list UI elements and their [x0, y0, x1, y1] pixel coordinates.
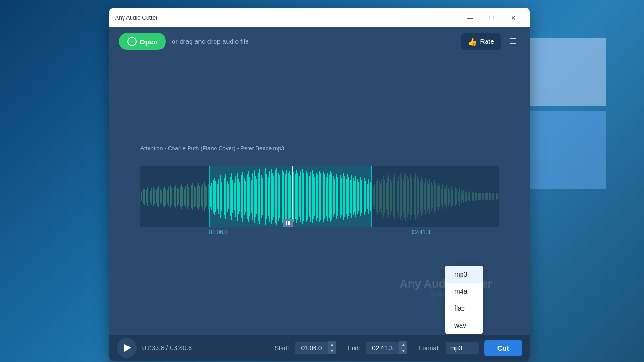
svg-rect-130	[322, 176, 322, 217]
svg-rect-236	[472, 192, 473, 201]
svg-rect-219	[448, 188, 449, 206]
svg-rect-148	[347, 174, 348, 219]
svg-rect-50	[208, 184, 209, 209]
svg-rect-75	[244, 178, 245, 215]
start-decrement-button[interactable]: ▼	[328, 348, 336, 354]
svg-rect-199	[420, 182, 421, 211]
svg-rect-178	[390, 179, 391, 214]
svg-rect-212	[438, 183, 439, 210]
start-spinners[interactable]: ▲ ▼	[328, 341, 336, 354]
svg-rect-92	[268, 177, 269, 216]
svg-rect-244	[483, 193, 484, 200]
svg-rect-79	[249, 177, 250, 216]
format-value[interactable]: mp3	[446, 342, 479, 354]
svg-rect-204	[427, 181, 428, 212]
svg-rect-202	[424, 183, 425, 210]
svg-rect-76	[245, 181, 246, 212]
svg-rect-252	[495, 194, 495, 199]
svg-rect-175	[386, 183, 387, 210]
svg-rect-73	[241, 175, 242, 218]
svg-rect-223	[454, 191, 454, 202]
svg-rect-101	[281, 169, 281, 224]
svg-rect-125	[314, 177, 315, 216]
svg-rect-22	[168, 187, 169, 206]
format-option-flac[interactable]: flac	[445, 300, 483, 317]
svg-rect-235	[471, 193, 471, 200]
svg-rect-119	[306, 171, 307, 222]
svg-rect-248	[489, 193, 490, 200]
start-time-field[interactable]: 01:06.0 ▲ ▼	[295, 341, 336, 354]
svg-rect-97	[275, 170, 276, 223]
waveform-svg	[140, 166, 499, 227]
svg-rect-184	[398, 176, 399, 217]
svg-rect-15	[158, 186, 159, 207]
end-time-field[interactable]: 02:41.3 ▲ ▼	[366, 341, 407, 354]
svg-rect-93	[269, 171, 270, 222]
svg-rect-116	[302, 169, 303, 224]
svg-rect-7	[147, 187, 148, 206]
svg-rect-230	[463, 190, 464, 203]
waveform-display[interactable]: 01:33.8	[140, 166, 499, 227]
end-decrement-button[interactable]: ▼	[399, 348, 407, 354]
svg-rect-205	[428, 184, 429, 209]
svg-rect-240	[478, 193, 479, 200]
svg-rect-43	[198, 183, 199, 210]
rate-button[interactable]: 👍 Rate	[461, 33, 501, 50]
window-title: Any Audio Cutter	[115, 15, 459, 21]
play-button[interactable]	[117, 338, 137, 358]
svg-rect-8	[149, 189, 149, 204]
svg-rect-12	[154, 189, 155, 204]
maximize-button[interactable]: □	[481, 10, 503, 25]
svg-rect-138	[333, 176, 334, 217]
svg-rect-118	[305, 175, 305, 218]
svg-rect-34	[185, 186, 186, 207]
open-button[interactable]: + Open	[119, 33, 166, 50]
svg-rect-249	[490, 193, 491, 200]
svg-rect-141	[337, 177, 338, 216]
svg-rect-48	[205, 185, 206, 208]
svg-rect-180	[393, 177, 394, 216]
svg-rect-182	[396, 178, 396, 215]
svg-rect-158	[361, 180, 362, 213]
format-option-wav[interactable]: wav	[445, 317, 483, 334]
svg-rect-105	[286, 170, 287, 223]
svg-rect-139	[334, 179, 335, 214]
svg-rect-225	[456, 189, 457, 204]
svg-rect-242	[480, 193, 481, 200]
svg-rect-63	[227, 181, 228, 212]
svg-rect-161	[365, 181, 366, 212]
end-spinners[interactable]: ▲ ▼	[399, 341, 407, 354]
svg-rect-167	[374, 184, 375, 209]
svg-rect-232	[466, 191, 467, 202]
svg-rect-166	[373, 187, 374, 206]
svg-rect-106	[288, 173, 289, 220]
start-increment-button[interactable]: ▲	[328, 341, 336, 348]
svg-rect-42	[197, 185, 198, 208]
svg-rect-108	[290, 175, 291, 218]
svg-rect-172	[381, 179, 382, 214]
svg-rect-210	[435, 183, 436, 210]
svg-rect-72	[239, 182, 240, 211]
end-increment-button[interactable]: ▲	[399, 341, 407, 348]
format-dropdown[interactable]: mp3	[446, 342, 479, 354]
minimize-button[interactable]: —	[459, 10, 481, 25]
svg-rect-135	[329, 175, 330, 218]
menu-button[interactable]: ☰	[505, 34, 520, 49]
svg-rect-104	[285, 174, 286, 219]
format-option-m4a[interactable]: m4a	[445, 283, 483, 300]
svg-rect-217	[445, 189, 446, 204]
cut-button[interactable]: Cut	[484, 340, 522, 356]
svg-rect-83	[255, 176, 256, 217]
close-button[interactable]: ✕	[503, 10, 524, 25]
svg-rect-157	[360, 177, 361, 216]
svg-rect-112	[296, 170, 297, 223]
format-option-mp3[interactable]: mp3	[445, 266, 483, 283]
svg-rect-103	[283, 172, 284, 222]
svg-rect-33	[184, 189, 185, 205]
svg-rect-253	[496, 193, 497, 200]
playhead-handle[interactable]	[283, 219, 293, 227]
svg-rect-70	[237, 173, 238, 221]
svg-rect-224	[455, 187, 456, 206]
svg-rect-18	[163, 188, 164, 206]
svg-rect-107	[289, 171, 290, 222]
